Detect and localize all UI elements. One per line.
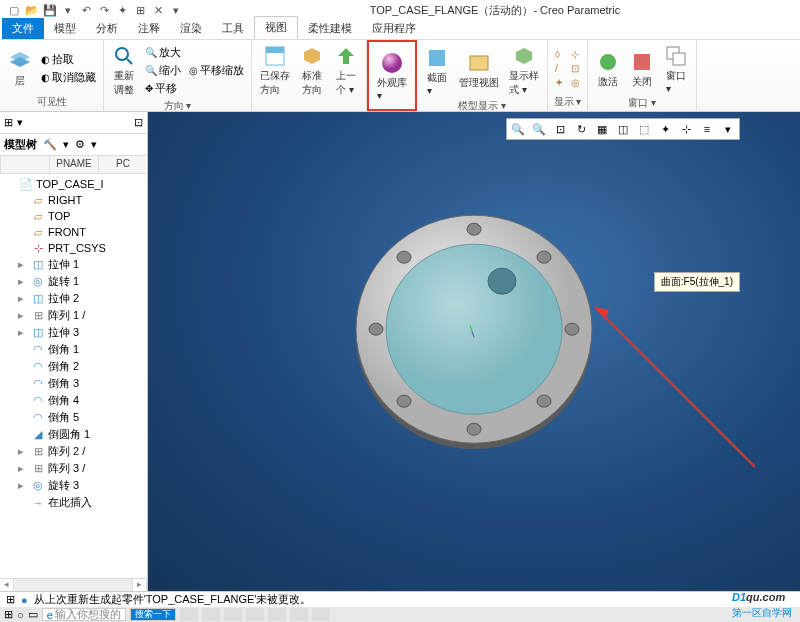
tree-scroll[interactable]: ◂▸ bbox=[0, 578, 147, 592]
more-icon[interactable]: ▾ bbox=[168, 2, 184, 18]
filter-icon[interactable]: ▾ bbox=[17, 116, 23, 129]
tab-apps[interactable]: 应用程序 bbox=[362, 18, 426, 39]
tree-node[interactable]: ▸⊞阵列 1 / bbox=[2, 307, 145, 324]
svg-point-0 bbox=[116, 48, 128, 60]
taskbar-app[interactable] bbox=[224, 608, 242, 621]
datum-icon[interactable]: ⬚ bbox=[634, 120, 654, 138]
datum-plane-toggle[interactable]: ◊ bbox=[552, 48, 566, 61]
tree-node[interactable]: ◠倒角 4 bbox=[2, 392, 145, 409]
windows-icon[interactable]: ⊞ bbox=[132, 2, 148, 18]
graphics-canvas[interactable]: 🔍 🔍 ⊡ ↻ ▦ ◫ ⬚ ✦ ⊹ ≡ ▾ bbox=[148, 112, 800, 592]
dropdown-icon[interactable]: ▾ bbox=[60, 2, 76, 18]
regen-icon[interactable]: ✦ bbox=[114, 2, 130, 18]
windows-button[interactable]: 窗口 ▾ bbox=[660, 42, 692, 96]
tree-node[interactable]: 📄TOP_CASE_I bbox=[2, 176, 145, 192]
prev-orient-button[interactable]: 上一 个 ▾ bbox=[330, 42, 362, 99]
tree-node[interactable]: ▸⊞阵列 3 / bbox=[2, 460, 145, 477]
hammer-icon[interactable]: 🔨 bbox=[43, 138, 57, 151]
close-icon[interactable]: ✕ bbox=[150, 2, 166, 18]
flange-model[interactable] bbox=[344, 201, 604, 461]
refit-button[interactable]: 重新 调整 bbox=[108, 42, 140, 99]
tree-node[interactable]: ▱RIGHT bbox=[2, 192, 145, 208]
tab-render[interactable]: 渲染 bbox=[170, 18, 212, 39]
csys-toggle[interactable]: ⊹ bbox=[568, 48, 583, 61]
taskview-icon[interactable]: ▭ bbox=[28, 608, 38, 621]
tree-node[interactable]: ◠倒角 1 bbox=[2, 341, 145, 358]
annotation-toggle[interactable]: ⊡ bbox=[568, 62, 583, 75]
tab-flexible[interactable]: 柔性建模 bbox=[298, 18, 362, 39]
model-tree[interactable]: 📄TOP_CASE_I▱RIGHT▱TOP▱FRONT⊹PRT_CSYS▸◫拉伸… bbox=[0, 174, 147, 578]
expand-icon[interactable]: ⊡ bbox=[134, 116, 143, 129]
layers-button[interactable]: 层 bbox=[4, 47, 36, 90]
section-button[interactable]: 截面 ▾ bbox=[421, 44, 453, 98]
annotation-arrow bbox=[580, 292, 760, 472]
search-input[interactable]: e 输入你想搜的 bbox=[42, 608, 127, 621]
taskbar-app[interactable] bbox=[202, 608, 220, 621]
wireframe-icon[interactable]: ◫ bbox=[613, 120, 633, 138]
tree-node[interactable]: ◢倒圆角 1 bbox=[2, 426, 145, 443]
svg-point-19 bbox=[397, 251, 411, 263]
shrink-button[interactable]: ◎ 平移缩放 bbox=[186, 62, 247, 79]
taskbar-app[interactable] bbox=[246, 608, 264, 621]
manage-views-button[interactable]: 管理视图 bbox=[455, 49, 503, 92]
save-icon[interactable]: 💾 bbox=[42, 2, 58, 18]
new-icon[interactable]: ▢ bbox=[6, 2, 22, 18]
tree-node[interactable]: ▱TOP bbox=[2, 208, 145, 224]
search-button[interactable]: 搜索一下 bbox=[130, 608, 176, 621]
file-menu[interactable]: 文件 bbox=[2, 18, 44, 39]
tree-node[interactable]: ▸◫拉伸 1 bbox=[2, 256, 145, 273]
tree-node[interactable]: ▸◫拉伸 3 bbox=[2, 324, 145, 341]
taskbar-app[interactable] bbox=[312, 608, 330, 621]
start-icon[interactable]: ⊞ bbox=[4, 608, 13, 621]
tab-analysis[interactable]: 分析 bbox=[86, 18, 128, 39]
appearance-library-button[interactable]: 外观库 ▾ bbox=[373, 49, 411, 103]
shade-icon[interactable]: ▦ bbox=[592, 120, 612, 138]
std-orient-button[interactable]: 标准 方向 bbox=[296, 42, 328, 99]
datum-axis-toggle[interactable]: / bbox=[552, 62, 566, 75]
csys-icon[interactable]: ⊹ bbox=[676, 120, 696, 138]
display-style-button[interactable]: 显示样 式 ▾ bbox=[505, 42, 543, 99]
tab-model[interactable]: 模型 bbox=[44, 18, 86, 39]
redo-icon[interactable]: ↷ bbox=[96, 2, 112, 18]
tree-node[interactable]: ▱FRONT bbox=[2, 224, 145, 240]
menu-bar: 文件 模型 分析 注释 渲染 工具 视图 柔性建模 应用程序 bbox=[0, 20, 800, 40]
settings-icon[interactable]: ⚙ bbox=[75, 138, 85, 151]
taskbar-app[interactable] bbox=[268, 608, 286, 621]
spin-icon[interactable]: ↻ bbox=[571, 120, 591, 138]
surface-tooltip: 曲面:F5(拉伸_1) bbox=[654, 272, 740, 292]
cortana-icon[interactable]: ○ bbox=[17, 609, 24, 621]
saved-orient-button[interactable]: 已保存 方向 bbox=[256, 42, 294, 99]
tab-view[interactable]: 视图 bbox=[254, 16, 298, 39]
zoomin-button[interactable]: 🔍 放大 bbox=[142, 44, 184, 61]
taskbar-app[interactable] bbox=[180, 608, 198, 621]
tree-node[interactable]: ◠倒角 3 bbox=[2, 375, 145, 392]
tree-node[interactable]: →在此插入 bbox=[2, 494, 145, 511]
pick-button[interactable]: ◐ 拾取 bbox=[38, 51, 99, 68]
tree-node[interactable]: ⊹PRT_CSYS bbox=[2, 240, 145, 256]
open-icon[interactable]: 📂 bbox=[24, 2, 40, 18]
zoomout-button[interactable]: 🔍 缩小 bbox=[142, 62, 184, 79]
activate-button[interactable]: 激活 bbox=[592, 48, 624, 91]
tree-node[interactable]: ◠倒角 2 bbox=[2, 358, 145, 375]
spin-toggle[interactable]: ◎ bbox=[568, 76, 583, 89]
taskbar-app[interactable] bbox=[290, 608, 308, 621]
tree-node[interactable]: ▸⊞阵列 2 / bbox=[2, 443, 145, 460]
refit-icon[interactable]: ⊡ bbox=[550, 120, 570, 138]
datum-point-toggle[interactable]: ✦ bbox=[552, 76, 566, 89]
tree-node[interactable]: ▸◎旋转 1 bbox=[2, 273, 145, 290]
pan-button[interactable]: ✥ 平移 bbox=[142, 80, 184, 97]
unhide-button[interactable]: ◐ 取消隐藏 bbox=[38, 69, 99, 86]
more-icon[interactable]: ▾ bbox=[718, 120, 738, 138]
undo-icon[interactable]: ↶ bbox=[78, 2, 94, 18]
tree-node[interactable]: ◠倒角 5 bbox=[2, 409, 145, 426]
zoomout-icon[interactable]: 🔍 bbox=[529, 120, 549, 138]
zoomin-icon[interactable]: 🔍 bbox=[508, 120, 528, 138]
tree-icon[interactable]: ⊞ bbox=[4, 116, 13, 129]
close-window-button[interactable]: 关闭 bbox=[626, 48, 658, 91]
tab-annotate[interactable]: 注释 bbox=[128, 18, 170, 39]
axis-icon[interactable]: ✦ bbox=[655, 120, 675, 138]
annot-icon[interactable]: ≡ bbox=[697, 120, 717, 138]
tab-tools[interactable]: 工具 bbox=[212, 18, 254, 39]
tree-node[interactable]: ▸◎旋转 3 bbox=[2, 477, 145, 494]
tree-node[interactable]: ▸◫拉伸 2 bbox=[2, 290, 145, 307]
